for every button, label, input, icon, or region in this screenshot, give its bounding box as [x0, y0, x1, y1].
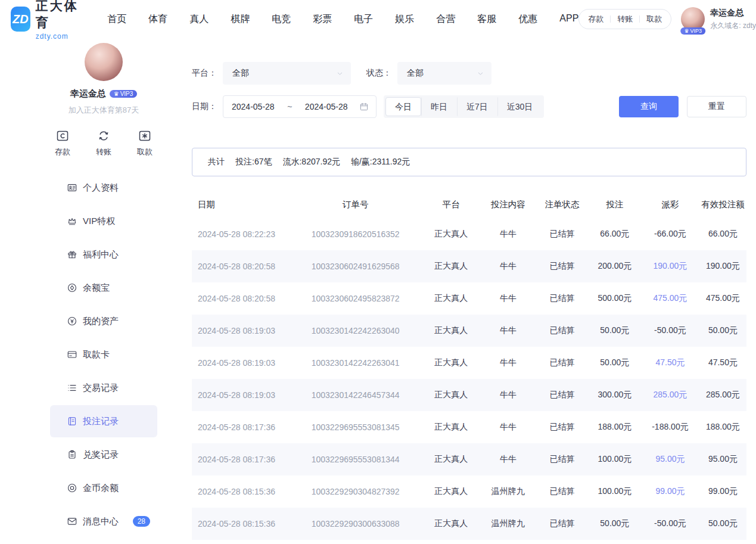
nav-item-live[interactable]: 真人: [189, 13, 209, 26]
range-last30[interactable]: 近30日: [497, 97, 543, 116]
cell-platform: 正大真人: [422, 379, 480, 411]
cell-bet-amount: 50.00元: [589, 347, 641, 379]
header-user[interactable]: ♛ VIP3 幸运金总 永久域名: zdty: [681, 7, 756, 31]
avatar[interactable]: ♛ VIP3: [681, 7, 705, 31]
header-right: 存款转账取款 ♛ VIP3 幸运金总 永久域名: zdty: [578, 7, 756, 31]
nav-item-esports[interactable]: 电竞: [272, 13, 291, 26]
cell-status: 已结算: [536, 475, 588, 508]
cell-date: 2024-05-28 08:19:03: [192, 379, 289, 411]
cell-order-no: 1003230142242263041: [289, 347, 422, 379]
sidebar-item-label: 消息中心: [83, 516, 119, 527]
query-button[interactable]: 查询: [619, 96, 679, 117]
sidebar-item-messages[interactable]: 消息中心28: [50, 505, 157, 537]
table-row: 2024-05-28 08:15:361003229290304827392正大…: [192, 475, 746, 508]
nav-item-app[interactable]: APP: [559, 13, 578, 26]
range-today[interactable]: 今日: [385, 97, 421, 116]
sidebar-item-bet-records[interactable]: 投注记录: [50, 405, 157, 437]
header-transfer-link[interactable]: 转账: [611, 14, 639, 24]
range-last7[interactable]: 近7日: [457, 97, 497, 116]
nav-item-sports[interactable]: 体育: [148, 13, 167, 26]
quick-withdraw[interactable]: 取款: [137, 129, 153, 157]
platform-select[interactable]: 全部: [223, 62, 351, 85]
vip-badge: ♛ VIP3: [681, 27, 706, 35]
date-range-input[interactable]: 2024-05-28 ~ 2024-05-28: [223, 95, 377, 118]
column-header-1: 订单号: [289, 191, 422, 218]
column-header-6: 派彩: [641, 191, 699, 218]
sidebar-item-feedback[interactable]: 意见反馈: [50, 539, 157, 544]
summary-turnover: 流水:8207.92元: [282, 157, 340, 167]
nav-item-partner[interactable]: 合营: [436, 13, 455, 26]
status-select[interactable]: 全部: [397, 62, 491, 85]
logo[interactable]: ZD 正大体育 zdty.com: [11, 0, 80, 41]
sidebar-item-withdraw-card[interactable]: 取款卡: [50, 338, 157, 371]
bet-record-icon: [67, 416, 77, 427]
transfer-icon: [97, 129, 111, 143]
cell-payout: 47.50元: [641, 347, 699, 379]
cell-status: 已结算: [536, 443, 588, 475]
cell-platform: 正大真人: [422, 475, 480, 508]
cell-valid-bet: 285.00元: [699, 379, 746, 411]
sidebar-item-profile[interactable]: 个人资料: [50, 172, 157, 204]
summary-win-loss: 输/赢:2311.92元: [351, 157, 410, 167]
cell-date: 2024-05-28 08:22:23: [192, 218, 289, 250]
sidebar-item-coin-balance[interactable]: 金币余额: [50, 472, 157, 504]
range-yesterday[interactable]: 昨日: [421, 97, 457, 116]
sidebar-item-yuebao[interactable]: 余额宝: [50, 272, 157, 304]
cell-date: 2024-05-28 08:15:36: [192, 475, 289, 508]
sidebar-item-label: VIP特权: [83, 216, 115, 227]
nav-item-entertainment[interactable]: 娱乐: [395, 13, 414, 26]
cell-order-no: 1003230602491629568: [289, 250, 422, 282]
unread-badge: 28: [133, 516, 150, 527]
sidebar-quick-actions: 存款转账取款: [50, 129, 157, 157]
date-separator: ~: [286, 102, 293, 111]
cell-order-no: 1003230918620516352: [289, 218, 422, 250]
quick-transfer[interactable]: 转账: [96, 129, 111, 157]
cell-status: 已结算: [536, 250, 588, 282]
cell-bet-amount: 50.00元: [589, 508, 641, 540]
sidebar-item-assets[interactable]: 我的资产: [50, 305, 157, 337]
sidebar-item-vip[interactable]: VIP特权: [50, 205, 157, 237]
cell-payout: 285.00元: [641, 379, 699, 411]
sidebar-item-transactions[interactable]: 交易记录: [50, 372, 157, 404]
cell-platform: 正大真人: [422, 282, 480, 315]
nav-item-lottery[interactable]: 彩票: [313, 13, 332, 26]
nav-item-chess[interactable]: 棋牌: [231, 13, 250, 26]
header-withdraw-link[interactable]: 取款: [640, 14, 668, 24]
nav-item-support[interactable]: 客服: [477, 13, 496, 26]
cell-platform: 正大真人: [422, 411, 480, 443]
cell-bet-amount: 188.00元: [589, 411, 641, 443]
diamond-circle-icon: [67, 282, 77, 293]
cell-payout: -66.00元: [641, 218, 699, 250]
filter-row-1: 平台： 全部 状态： 全部: [192, 62, 746, 85]
platform-filter-label: 平台：: [192, 68, 217, 79]
cell-bet-content: 牛牛: [480, 347, 536, 379]
sidebar-item-prize-records[interactable]: 兑奖记录: [50, 439, 157, 471]
table-row: 2024-05-28 08:17:361003229695553081344正大…: [192, 443, 746, 475]
quick-withdraw-label: 取款: [137, 147, 153, 157]
cell-bet-amount: 66.00元: [589, 218, 641, 250]
sidebar-profile: 幸运金总 ♛ VIP3 加入正大体育第87天: [50, 43, 157, 116]
cell-bet-amount: 200.00元: [589, 250, 641, 282]
cell-order-no: 1003229290304827392: [289, 475, 422, 508]
profile-avatar[interactable]: [85, 43, 123, 81]
summary-total-label: 共计: [208, 157, 225, 167]
cell-valid-bet: 95.00元: [699, 443, 746, 475]
quick-deposit[interactable]: 存款: [55, 129, 70, 157]
crown-icon: ♛: [114, 91, 119, 97]
header-deposit-link[interactable]: 存款: [581, 14, 610, 24]
header-user-name: 幸运金总: [710, 8, 756, 18]
date-to: 2024-05-28: [305, 102, 348, 111]
table-row: 2024-05-28 08:19:031003230142242263041正大…: [192, 347, 746, 379]
logo-title: 正大体育: [36, 0, 80, 31]
cell-valid-bet: 190.00元: [699, 250, 746, 282]
reset-button[interactable]: 重置: [687, 96, 746, 117]
sidebar-item-welfare[interactable]: 福利中心: [50, 238, 157, 271]
cell-payout: 475.00元: [641, 282, 699, 315]
nav-item-promotions[interactable]: 优惠: [518, 13, 537, 26]
main-nav: 首页体育真人棋牌电竞彩票电子娱乐合营客服优惠APP: [107, 13, 578, 26]
date-from: 2024-05-28: [232, 102, 275, 111]
bank-card-icon: [67, 349, 77, 360]
table-row: 2024-05-28 08:19:031003230142246457344正大…: [192, 379, 746, 411]
nav-item-slots[interactable]: 电子: [354, 13, 373, 26]
nav-item-home[interactable]: 首页: [107, 13, 126, 26]
